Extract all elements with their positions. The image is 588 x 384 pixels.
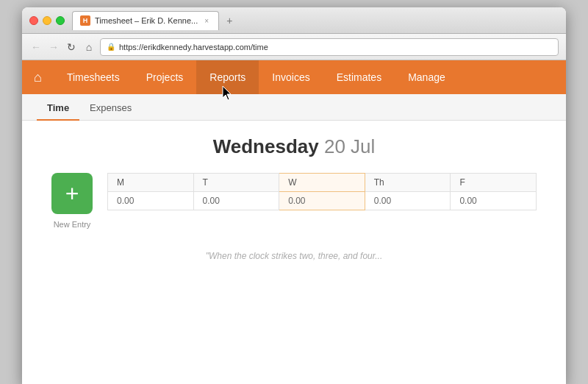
nav-estimates[interactable]: Estimates — [323, 60, 395, 94]
date-header: Wednesday 20 Jul — [22, 135, 566, 158]
quote-text: "When the clock strikes two, three, and … — [206, 251, 383, 261]
day-name: Wednesday — [213, 135, 319, 157]
traffic-lights — [29, 16, 65, 25]
sub-nav-expenses-label: Expenses — [90, 102, 132, 113]
ssl-icon: 🔒 — [107, 43, 115, 51]
browser-window: H Timesheet – Erik D. Kenne... × + ← → ↻… — [22, 7, 566, 384]
timesheet-area: + New Entry M T W Th F 0.00 0.00 — [22, 173, 566, 229]
tab-title: Timesheet – Erik D. Kenne... — [95, 16, 198, 25]
nav-timesheets-label: Timesheets — [67, 71, 120, 83]
maximize-button[interactable] — [56, 16, 65, 25]
col-header-th: Th — [365, 174, 451, 192]
col-header-t: T — [193, 174, 279, 192]
browser-toolbar: ← → ↻ ⌂ 🔒 https://erikdkennedy.harvestap… — [22, 34, 566, 60]
nav-home-button[interactable]: ⌂ — [22, 60, 54, 94]
nav-invoices[interactable]: Invoices — [259, 60, 323, 94]
day-month-label: Jul — [351, 135, 375, 157]
forward-button[interactable]: → — [47, 40, 60, 54]
tab-close-icon[interactable]: × — [202, 16, 211, 25]
col-header-w: W — [279, 174, 365, 192]
new-entry-label: New Entry — [54, 220, 91, 229]
home-button[interactable]: ⌂ — [82, 40, 96, 54]
sub-nav-time[interactable]: Time — [37, 96, 79, 121]
cell-m: 0.00 — [108, 192, 194, 210]
new-tab-button[interactable]: + — [222, 13, 237, 28]
cell-t: 0.00 — [193, 192, 279, 210]
nav-projects-label: Projects — [146, 71, 184, 83]
browser-titlebar: H Timesheet – Erik D. Kenne... × + — [22, 7, 566, 34]
cell-th: 0.00 — [365, 192, 451, 210]
nav-projects[interactable]: Projects — [133, 60, 197, 94]
refresh-button[interactable]: ↻ — [65, 40, 78, 54]
nav-timesheets[interactable]: Timesheets — [54, 60, 133, 94]
address-bar[interactable]: 🔒 https://erikdkennedy.harvestapp.com/ti… — [100, 38, 559, 56]
tab-favicon: H — [80, 15, 90, 26]
nav-reports[interactable]: Reports — [196, 60, 259, 94]
nav-estimates-label: Estimates — [337, 71, 381, 83]
tab-bar: H Timesheet – Erik D. Kenne... × + — [72, 11, 559, 30]
app-nav: ⌂ Timesheets Projects Reports Invoices E… — [22, 60, 566, 94]
nav-invoices-label: Invoices — [272, 71, 309, 83]
sub-nav: Time Expenses — [22, 94, 566, 121]
main-content: Wednesday 20 Jul + New Entry M T W Th F — [22, 121, 566, 384]
nav-reports-label: Reports — [209, 71, 245, 83]
sub-nav-expenses[interactable]: Expenses — [79, 96, 142, 121]
nav-manage[interactable]: Manage — [395, 60, 459, 94]
new-entry-icon: + — [51, 173, 93, 214]
cell-w: 0.00 — [279, 192, 365, 210]
nav-manage-label: Manage — [408, 71, 445, 83]
time-table: M T W Th F 0.00 0.00 0.00 0.00 0.00 — [107, 173, 537, 210]
browser-tab[interactable]: H Timesheet – Erik D. Kenne... × — [72, 11, 219, 30]
col-header-m: M — [108, 174, 194, 192]
address-url: https://erikdkennedy.harvestapp.com/time — [119, 43, 268, 51]
sub-nav-time-label: Time — [47, 102, 69, 113]
back-button[interactable]: ← — [29, 40, 43, 54]
quote-area: "When the clock strikes two, three, and … — [22, 229, 566, 283]
home-icon: ⌂ — [34, 70, 42, 85]
col-header-f: F — [451, 174, 537, 192]
cell-f: 0.00 — [451, 192, 537, 210]
new-entry-button[interactable]: + New Entry — [51, 173, 93, 229]
close-button[interactable] — [29, 16, 38, 25]
minimize-button[interactable] — [43, 16, 51, 25]
day-num: 20 — [324, 135, 345, 157]
